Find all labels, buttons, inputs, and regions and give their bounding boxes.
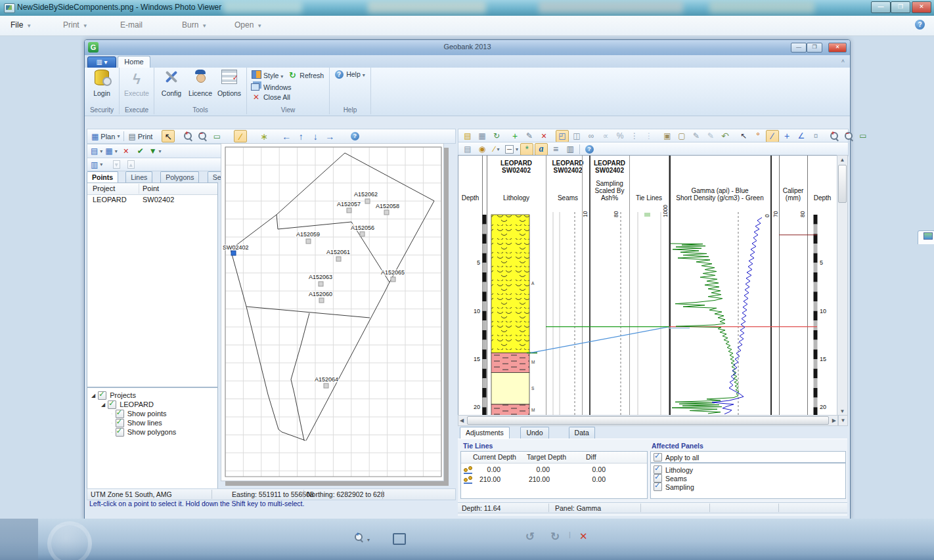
menu-file[interactable]: File▼	[11, 20, 32, 30]
filter-button[interactable]: ▼▾	[148, 145, 162, 158]
apply-to-all-checkbox[interactable]: Apply to all	[654, 453, 699, 462]
node-tool-button[interactable]: °	[751, 130, 765, 142]
delete-tie-line-button[interactable]: ×	[537, 130, 550, 142]
annotate-tool-button[interactable]: ¤	[809, 130, 822, 142]
column-header-project[interactable]: Project	[93, 184, 115, 192]
tab-depth-adjustments[interactable]: Depth Adjustments based on Geophysics✕	[918, 230, 934, 244]
tree-checkbox[interactable]	[98, 391, 106, 400]
subtab-lines[interactable]: Lines	[125, 171, 152, 183]
map-point-A152063[interactable]	[319, 282, 323, 286]
line-style-button[interactable]: ─▾	[504, 143, 519, 156]
tree-checkbox[interactable]	[116, 428, 124, 437]
tree-expander-icon[interactable]: ◢	[101, 402, 105, 408]
validate-button[interactable]: ✔	[134, 145, 147, 158]
tree-expander-icon[interactable]: ◢	[91, 393, 95, 398]
zoom-button[interactable]: + ▾	[355, 533, 370, 543]
tie-line-row[interactable]: 0.000.000.00	[461, 465, 647, 475]
panel-tab-undo-log[interactable]: Undo Log	[520, 427, 548, 439]
pan-left-button[interactable]: ←	[280, 130, 293, 142]
panel-tab-data[interactable]: Data	[569, 427, 595, 439]
delete-point-button[interactable]: ×	[120, 145, 133, 158]
subtab-points[interactable]: Points	[87, 171, 118, 183]
plan-map[interactable]: A152062A152057A152058A152056A152059SW024…	[221, 143, 444, 481]
undo-button[interactable]: ↶	[719, 130, 732, 142]
panel-checkbox-sampling[interactable]: Sampling	[654, 483, 694, 491]
pan-down-button[interactable]: ↓	[309, 130, 322, 142]
marker-style-button[interactable]: *	[520, 143, 533, 156]
log-display[interactable]: DepthLEOPARD SW02402LithologyLEOPARD SW0…	[458, 155, 837, 416]
tie-line-row[interactable]: 210.00210.000.00	[461, 475, 647, 485]
split-interval-button[interactable]: ◫	[570, 130, 583, 142]
export-report-button[interactable]: ▤	[461, 130, 474, 142]
login-button[interactable]: Login	[88, 69, 116, 98]
select-region-button[interactable]: ◰	[556, 130, 569, 142]
pointer-tool-button[interactable]: ↖	[737, 130, 750, 142]
map-point-A152058[interactable]	[384, 210, 389, 215]
lithology-interval[interactable]	[491, 373, 529, 404]
log-vertical-scrollbar[interactable]: ▲ ▼	[837, 155, 848, 416]
menu-print[interactable]: Print▼	[63, 20, 88, 30]
lock-button[interactable]: ▣	[661, 130, 674, 142]
text-style-button[interactable]: a	[535, 143, 548, 156]
scroll-corner-button[interactable]: ▼	[838, 415, 848, 426]
map-point-A152064[interactable]	[324, 383, 328, 388]
stack-bottom-button[interactable]: ⋮	[642, 130, 656, 142]
tie-marker-top[interactable]	[644, 213, 650, 217]
map-point-A152061[interactable]	[336, 257, 341, 261]
column-view-button[interactable]: ▥	[564, 143, 577, 156]
save-button[interactable]: ▦▾	[104, 145, 118, 158]
viewer-close-button[interactable]: ✕	[912, 1, 931, 13]
tie-line-diagonal[interactable]	[531, 327, 669, 353]
zoom-out-button[interactable]: −	[196, 130, 209, 142]
grid-view-button[interactable]: ≡	[549, 143, 562, 156]
add-tie-line-button[interactable]: +	[508, 130, 522, 142]
geobank-close-button[interactable]: ✕	[828, 43, 847, 53]
ruler-button[interactable]: ∕▾	[490, 143, 503, 156]
column-chooser-button[interactable]: ▥▾	[90, 158, 103, 171]
table-row[interactable]: LEOPARDSW02402	[87, 195, 217, 205]
rotate-counterclockwise-button[interactable]: ↺	[525, 530, 535, 544]
log-horizontal-scrollbar[interactable]: ◀ ▶	[458, 415, 838, 426]
col-target-depth[interactable]: Target Depth	[527, 453, 566, 461]
fit-to-window-button[interactable]	[393, 533, 406, 546]
edit-points-button[interactable]: ✎	[704, 130, 717, 142]
style-button[interactable]: Style▾	[251, 70, 283, 79]
map-point-A152059[interactable]	[306, 239, 311, 244]
column-header-point[interactable]: Point	[143, 184, 159, 192]
zoom-in-button[interactable]: +	[181, 130, 194, 142]
help-button[interactable]: ?	[348, 130, 361, 142]
map-point-A152060[interactable]	[319, 298, 324, 303]
plan-menu-button[interactable]: ▦Plan▾	[91, 130, 120, 142]
rotate-clockwise-button[interactable]: ↻	[550, 530, 560, 544]
viewer-maximize-button[interactable]: ❐	[891, 1, 910, 13]
geobank-maximize-button[interactable]: ❐	[807, 43, 822, 53]
close-all-button[interactable]: ✕Close All	[251, 93, 290, 102]
zoom-in-button[interactable]: +	[828, 130, 841, 142]
windows-button[interactable]: Windows	[251, 81, 292, 91]
link-samples-button[interactable]: %	[613, 130, 627, 142]
map-point-SW02402[interactable]	[231, 251, 236, 255]
edit-tie-line-button[interactable]: ✎	[523, 130, 536, 142]
help-button[interactable]: ?	[583, 143, 596, 156]
compass-button[interactable]: ∗	[257, 130, 271, 142]
tree-checkbox[interactable]	[108, 400, 116, 409]
geobank-minimize-button[interactable]: —	[791, 43, 807, 53]
preview-button[interactable]: ◉	[476, 143, 489, 156]
help-button[interactable]: ?Help▾	[334, 70, 365, 79]
line-tool-button[interactable]: ∕	[766, 130, 779, 142]
print-button[interactable]: ▤Print	[127, 130, 153, 142]
ribbon-collapse-chevron[interactable]: ˄	[841, 58, 845, 64]
edit-depths-button[interactable]: ✎	[690, 130, 703, 142]
menu-email[interactable]: E-mail	[120, 20, 143, 30]
zoom-fit-button[interactable]: ▭	[856, 130, 870, 142]
refresh-button[interactable]: ↻Refresh	[287, 70, 324, 80]
viewer-help-button[interactable]: ?	[915, 20, 925, 30]
map-point-A152062[interactable]	[365, 199, 370, 204]
save-button[interactable]: ▦	[476, 130, 489, 142]
measure-tool-button[interactable]: ∕	[234, 130, 247, 142]
menu-burn[interactable]: Burn▼	[182, 20, 207, 30]
pan-right-button[interactable]: →	[323, 130, 336, 142]
unmerge-intervals-button[interactable]: ∝	[599, 130, 612, 142]
pointer-tool-button[interactable]: ↖	[162, 130, 175, 142]
move-tool-button[interactable]: +	[780, 130, 793, 142]
